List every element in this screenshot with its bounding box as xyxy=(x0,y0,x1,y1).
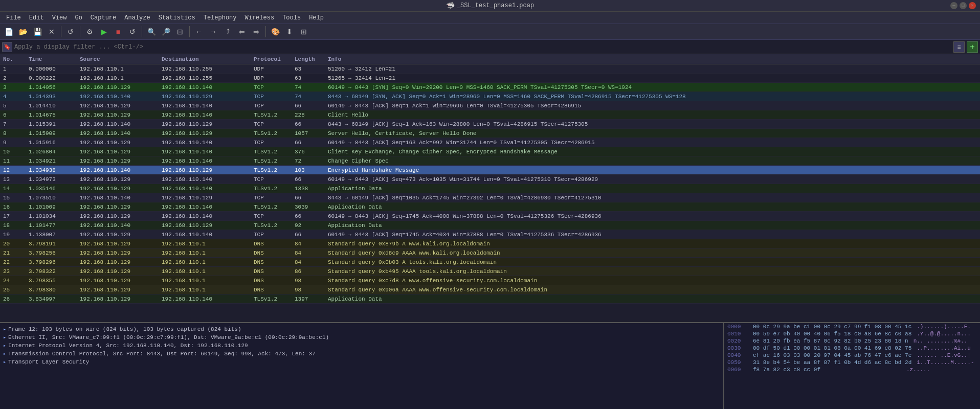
row-cell-len: 1338 xyxy=(292,185,325,192)
resize-columns-button[interactable]: ⊞ xyxy=(297,25,310,38)
table-row[interactable]: 161.101009192.168.110.129192.168.110.140… xyxy=(0,202,980,212)
menu-item-file[interactable]: File xyxy=(2,13,25,22)
save-button[interactable]: 💾 xyxy=(31,25,44,38)
table-row[interactable]: 51.014410192.168.110.129192.168.110.140T… xyxy=(0,101,980,110)
table-row[interactable]: 233.798322192.168.110.129192.168.110.1DN… xyxy=(0,267,980,276)
table-row[interactable]: 223.798296192.168.110.129192.168.110.1DN… xyxy=(0,258,980,267)
close-file-button[interactable]: ✕ xyxy=(45,25,58,38)
filter-expression-button[interactable]: ≡ xyxy=(953,41,965,53)
maximize-button[interactable]: □ xyxy=(960,2,967,9)
row-cell-no: 11 xyxy=(0,157,26,165)
autoscroll-button[interactable]: ⬇ xyxy=(283,25,296,38)
row-cell-info: 8443 → 60149 [ACK] Seq=1 Ack=163 Win=288… xyxy=(325,121,980,128)
hex-ascii: ...... ..E.vG..| xyxy=(917,352,971,358)
minimize-button[interactable]: ─ xyxy=(950,2,957,9)
zoom-reset-button[interactable]: ⊡ xyxy=(173,25,187,38)
row-cell-no: 17 xyxy=(0,213,26,220)
new-file-button[interactable]: 📄 xyxy=(2,25,15,38)
expand-arrow-icon: ▸ xyxy=(3,334,6,340)
col-header-time[interactable]: Time xyxy=(26,55,77,63)
start-capture-button[interactable]: ▶ xyxy=(97,25,110,38)
row-cell-info: 8443 → 60149 [ACK] Seq=1035 Ack=1745 Win… xyxy=(325,194,980,201)
close-button[interactable]: ✕ xyxy=(969,2,976,9)
col-header-length[interactable]: Length xyxy=(292,55,325,63)
table-row[interactable]: 101.026804192.168.110.129192.168.110.140… xyxy=(0,147,980,156)
hex-ascii: .)......).....E. xyxy=(917,324,971,330)
col-header-protocol[interactable]: Protocol xyxy=(251,55,292,63)
row-cell-time: 3.798322 xyxy=(26,268,77,275)
menu-item-go[interactable]: Go xyxy=(71,13,86,22)
detail-row[interactable]: ▸Internet Protocol Version 4, Src: 192.1… xyxy=(0,342,723,350)
row-cell-time: 1.035146 xyxy=(26,185,77,192)
zoom-in-button[interactable]: 🔍 xyxy=(145,25,158,38)
detail-row[interactable]: ▸Transmission Control Protocol, Src Port… xyxy=(0,350,723,358)
detail-row[interactable]: ▸Transport Layer Security xyxy=(0,358,723,366)
table-row[interactable]: 41.014393192.168.110.140192.168.110.129T… xyxy=(0,92,980,101)
back-button[interactable]: ← xyxy=(192,25,206,38)
table-row[interactable]: 191.138007192.168.110.129192.168.110.140… xyxy=(0,230,980,239)
menu-item-view[interactable]: View xyxy=(48,13,71,22)
menu-item-edit[interactable]: Edit xyxy=(25,13,48,22)
reload-button[interactable]: ↺ xyxy=(64,25,77,38)
col-header-destination[interactable]: Destination xyxy=(159,55,251,63)
menu-item-capture[interactable]: Capture xyxy=(86,13,120,22)
col-header-source[interactable]: Source xyxy=(77,55,159,63)
go-to-packet-button[interactable]: ⤴ xyxy=(221,25,234,38)
restart-capture-button[interactable]: ↺ xyxy=(126,25,139,38)
table-row[interactable]: 181.101477192.168.110.140192.168.110.129… xyxy=(0,221,980,230)
table-row[interactable]: 243.798355192.168.110.129192.168.110.1DN… xyxy=(0,276,980,285)
menu-item-statistics[interactable]: Statistics xyxy=(154,13,199,22)
table-row[interactable]: 10.000000192.168.110.1192.168.110.255UDP… xyxy=(0,64,980,74)
row-cell-len: 66 xyxy=(292,121,325,128)
row-cell-src: 192.168.110.129 xyxy=(77,102,159,109)
row-cell-info: 60149 → 8443 [ACK] Seq=163 Ack=992 Win=3… xyxy=(325,139,980,146)
table-row[interactable]: 81.015909192.168.110.140192.168.110.129T… xyxy=(0,129,980,138)
col-header-no[interactable]: No. xyxy=(0,55,26,63)
stop-capture-button[interactable]: ■ xyxy=(112,25,125,38)
zoom-out-button[interactable]: 🔎 xyxy=(159,25,172,38)
menu-item-help[interactable]: Help xyxy=(305,13,328,22)
open-file-button[interactable]: 📂 xyxy=(16,25,30,38)
prev-packet-button[interactable]: ⇐ xyxy=(235,25,249,38)
row-cell-proto: DNS xyxy=(251,277,292,284)
capture-options-button[interactable]: ⚙ xyxy=(83,25,96,38)
table-row[interactable]: 91.015916192.168.110.129192.168.110.140T… xyxy=(0,138,980,147)
table-row[interactable]: 151.073510192.168.110.140192.168.110.129… xyxy=(0,193,980,202)
detail-row[interactable]: ▸Ethernet II, Src: VMware_c7:99:f1 (00:0… xyxy=(0,333,723,342)
colorize-button[interactable]: 🎨 xyxy=(269,25,282,38)
row-cell-dst: 192.168.110.140 xyxy=(159,231,251,238)
row-cell-dst: 192.168.110.129 xyxy=(159,121,251,128)
row-cell-len: 66 xyxy=(292,231,325,238)
row-cell-info: Encrypted Handshake Message xyxy=(325,167,980,174)
table-row[interactable]: 71.015391192.168.110.140192.168.110.129T… xyxy=(0,120,980,129)
menu-item-tools[interactable]: Tools xyxy=(278,13,305,22)
table-row[interactable]: 203.798191192.168.110.129192.168.110.1DN… xyxy=(0,239,980,248)
table-row[interactable]: 171.101034192.168.110.129192.168.110.140… xyxy=(0,212,980,221)
table-row[interactable]: 61.014675192.168.110.129192.168.110.140T… xyxy=(0,110,980,120)
next-packet-button[interactable]: ⇒ xyxy=(250,25,263,38)
table-row[interactable]: 131.034973192.168.110.129192.168.110.140… xyxy=(0,175,980,184)
forward-button[interactable]: → xyxy=(207,25,220,38)
table-row[interactable]: 253.798380192.168.110.129192.168.110.1DN… xyxy=(0,285,980,294)
menu-item-wireless[interactable]: Wireless xyxy=(241,13,279,22)
col-header-info[interactable]: Info xyxy=(325,55,980,63)
row-cell-len: 86 xyxy=(292,268,325,275)
filter-add-button[interactable]: + xyxy=(967,41,978,53)
filter-input[interactable] xyxy=(14,43,953,51)
table-row[interactable]: 141.035146192.168.110.129192.168.110.140… xyxy=(0,184,980,193)
table-row[interactable]: 31.014056192.168.110.129192.168.110.140T… xyxy=(0,83,980,92)
table-row[interactable]: 213.798256192.168.110.129192.168.110.1DN… xyxy=(0,248,980,258)
row-cell-no: 10 xyxy=(0,148,26,155)
row-cell-len: 103 xyxy=(292,167,325,174)
table-row[interactable]: 111.034921192.168.110.129192.168.110.140… xyxy=(0,156,980,166)
row-cell-time: 1.034921 xyxy=(26,157,77,165)
row-cell-src: 192.168.110.129 xyxy=(77,111,159,119)
menu-item-analyze[interactable]: Analyze xyxy=(120,13,154,22)
table-row[interactable]: 121.034938192.168.110.140192.168.110.129… xyxy=(0,166,980,175)
row-cell-proto: TLSv1.2 xyxy=(251,167,292,174)
row-cell-dst: 192.168.110.255 xyxy=(159,75,251,82)
table-row[interactable]: 20.000222192.168.110.1192.168.110.255UDP… xyxy=(0,74,980,83)
detail-row[interactable]: ▸Frame 12: 103 bytes on wire (824 bits),… xyxy=(0,325,723,333)
table-row[interactable]: 263.834997192.168.110.129192.168.110.140… xyxy=(0,294,980,304)
menu-item-telephony[interactable]: Telephony xyxy=(199,13,241,22)
